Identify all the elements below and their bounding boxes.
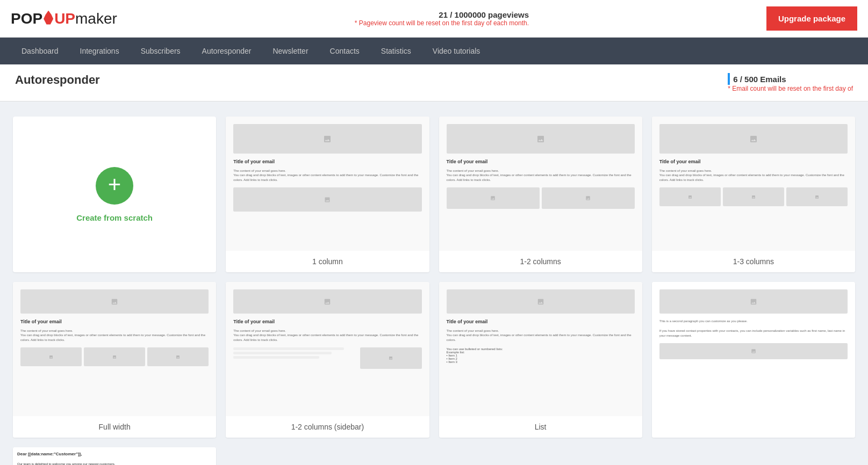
template-label-sidebar: 1-2 columns (sidebar) <box>226 416 429 438</box>
mock-welcome-greeting: Dear [[data:name:"Customer"]], <box>17 452 212 456</box>
template-preview-13col: Title of your email The content of your … <box>652 117 855 251</box>
mock-body: The content of your email goes here.You … <box>233 329 421 342</box>
template-preview-1col: Title of your email The content of your … <box>226 117 429 251</box>
mock-row-imgs <box>20 347 209 366</box>
mock-three-col-images <box>659 187 848 206</box>
logo-maker: maker <box>75 10 117 27</box>
mock-welcome-body: Our team is delighted to welcome you amo… <box>17 462 212 465</box>
mock-image <box>447 289 635 314</box>
upgrade-button[interactable]: Upgrade package <box>766 6 857 31</box>
mock-body: The content of your email goes here.You … <box>447 169 635 182</box>
mock-list-text: You can use bulleted or numbered lists: … <box>447 347 635 364</box>
mock-image <box>233 289 421 314</box>
template-preview-text: This is a second paragraph you can custo… <box>652 282 855 425</box>
top-bar: POPUPmaker 21 / 1000000 pageviews * Page… <box>0 0 868 38</box>
template-label-full: Full width <box>13 416 216 438</box>
mock-image <box>659 289 848 314</box>
template-card-13col[interactable]: Title of your email The content of your … <box>652 117 855 272</box>
template-label-12col: 1-2 columns <box>439 251 642 272</box>
mock-email-title: Title of your email <box>233 159 421 164</box>
plus-circle-icon: + <box>96 167 133 205</box>
email-count: 6 / 500 Emails <box>733 75 786 84</box>
nav-subscribers[interactable]: Subscribers <box>130 39 191 63</box>
nav-statistics[interactable]: Statistics <box>370 39 422 63</box>
logo: POPUPmaker <box>11 10 117 27</box>
template-card-12col[interactable]: Title of your email The content of your … <box>439 117 642 272</box>
template-label-1col: 1 column <box>226 251 429 272</box>
mock-email-title: Title of your email <box>20 319 209 324</box>
scratch-label: Create from scratch <box>76 213 153 222</box>
mock-body: The content of your email goes here.You … <box>20 329 209 342</box>
create-from-scratch-card[interactable]: + Create from scratch <box>13 117 216 272</box>
template-preview-sidebar: Title of your email The content of your … <box>226 282 429 416</box>
logo-pop: POP <box>11 10 42 27</box>
pageview-info: 21 / 1000000 pageviews * Pageview count … <box>355 10 529 27</box>
nav-video-tutorials[interactable]: Video tutorials <box>422 39 491 63</box>
template-preview-welcome: Dear [[data:name:"Customer"]], Our team … <box>13 447 216 465</box>
nav-contacts[interactable]: Contacts <box>319 39 370 63</box>
logo-flame-icon <box>44 11 53 25</box>
template-card-1col[interactable]: Title of your email The content of your … <box>226 117 429 272</box>
pageview-reset-note: * Pageview count will be reset on the fi… <box>355 19 529 27</box>
mock-sidebar-img <box>360 347 421 369</box>
nav-newsletter[interactable]: Newsletter <box>262 39 319 63</box>
template-card-full[interactable]: Title of your email The content of your … <box>13 282 216 438</box>
template-card-list[interactable]: Title of your email The content of your … <box>439 282 642 438</box>
mock-body: The content of your email goes here.You … <box>659 169 848 182</box>
mock-image-col3 <box>786 187 848 206</box>
mock-image <box>447 124 635 154</box>
email-reset-note: * Email count will be reset on the first… <box>728 85 853 92</box>
mock-image <box>659 124 848 154</box>
mock-sidebar-row <box>233 347 421 369</box>
template-preview-list: Title of your email The content of your … <box>439 282 642 416</box>
nav-bar: Dashboard Integrations Subscribers Autor… <box>0 38 868 64</box>
mock-body-2: If you have stored contact properties wi… <box>659 329 848 338</box>
nav-integrations[interactable]: Integrations <box>69 39 130 63</box>
mock-email-title: Title of your email <box>659 159 848 164</box>
plus-icon: + <box>108 173 121 196</box>
mock-email-title: Title of your email <box>233 319 421 324</box>
pageview-count: 21 / 1000000 pageviews <box>355 10 529 19</box>
mock-body: This is a second paragraph you can custo… <box>659 319 848 323</box>
template-card-welcome[interactable]: Dear [[data:name:"Customer"]], Our team … <box>13 447 216 465</box>
mock-image-col3 <box>147 347 209 366</box>
template-card-sidebar[interactable]: Title of your email The content of your … <box>226 282 429 438</box>
template-card-text[interactable]: This is a second paragraph you can custo… <box>652 282 855 438</box>
mock-body: The content of your email goes here.You … <box>233 169 421 182</box>
mock-image-col1 <box>659 187 721 206</box>
mock-main-col <box>233 347 356 369</box>
mock-image-col2 <box>542 187 635 209</box>
mock-image-col1 <box>447 187 540 209</box>
nav-dashboard[interactable]: Dashboard <box>11 39 69 63</box>
template-label-list: List <box>439 416 642 438</box>
mock-image-bottom <box>659 343 848 359</box>
template-label-13col: 1-3 columns <box>652 251 855 272</box>
mock-image <box>233 124 421 154</box>
logo-up: UP <box>54 10 75 27</box>
email-counter: 6 / 500 Emails * Email count will be res… <box>728 73 853 92</box>
nav-autoresponder[interactable]: Autoresponder <box>191 39 262 63</box>
mock-image <box>20 289 209 314</box>
template-preview-full: Title of your email The content of your … <box>13 282 216 416</box>
page-title: Autoresponder <box>15 73 100 87</box>
mock-body: The content of your email goes here.You … <box>447 329 635 342</box>
mock-two-col-images <box>447 187 635 209</box>
mock-email-title: Title of your email <box>447 159 635 164</box>
mock-image-col1 <box>20 347 82 366</box>
mock-image-col2 <box>84 347 145 366</box>
page-header: Autoresponder 6 / 500 Emails * Email cou… <box>0 64 868 101</box>
mock-email-title: Title of your email <box>447 319 635 324</box>
mock-image-2 <box>233 187 421 212</box>
template-grid: + Create from scratch Title of your emai… <box>0 101 868 465</box>
template-label-text <box>652 425 855 438</box>
mock-image-col2 <box>723 187 784 206</box>
template-preview-12col: Title of your email The content of your … <box>439 117 642 251</box>
blue-bar-icon <box>728 73 730 85</box>
